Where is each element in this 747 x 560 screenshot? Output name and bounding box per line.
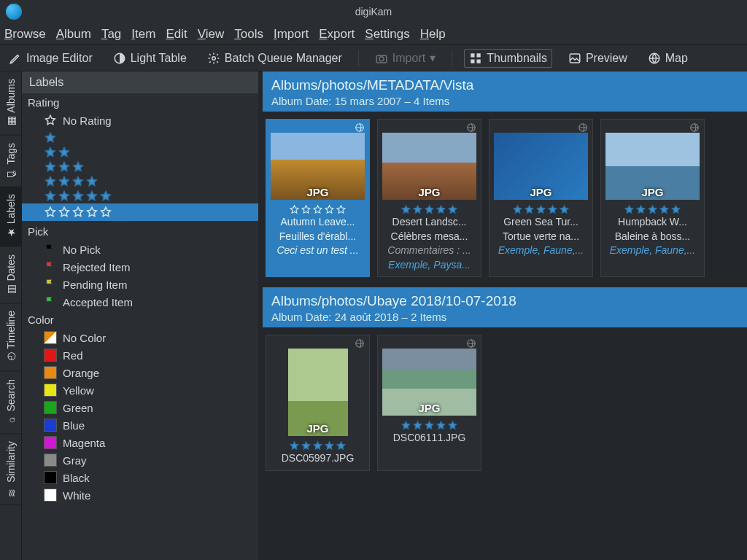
- album-header: Albums/photos/Ubaye 2018/10-07-2018Album…: [263, 287, 747, 327]
- color-swatch: [44, 454, 57, 467]
- color-swatch: [44, 349, 57, 362]
- star-outline-icon: [85, 206, 98, 219]
- menu-settings[interactable]: Settings: [365, 27, 409, 42]
- menu-import[interactable]: Import: [274, 27, 309, 42]
- map-view-button[interactable]: Map: [643, 50, 692, 67]
- color-orange[interactable]: Orange: [22, 364, 258, 381]
- color-yellow[interactable]: Yellow: [22, 381, 258, 399]
- thumbnails-view-button[interactable]: Thumbnails: [464, 49, 552, 68]
- thumbnail[interactable]: JPGDesert Landsc...Célèbres mesa...Comme…: [377, 119, 481, 277]
- batch-queue-button[interactable]: Batch Queue Manager: [203, 50, 347, 67]
- star-icon: [58, 160, 71, 174]
- thumbnail-title: Autumn Leave...: [271, 215, 365, 230]
- pick-section-label: Pick: [22, 222, 258, 241]
- star-icon: [524, 204, 535, 215]
- toolbar: Image Editor Light Table Batch Queue Man…: [0, 45, 747, 71]
- thumbnail-subtitle: Tortue verte na...: [494, 230, 588, 244]
- format-badge: JPG: [530, 186, 551, 198]
- rating-2-row[interactable]: [44, 145, 258, 160]
- star-icon: [635, 204, 646, 215]
- thumbs-row: JPGAutumn Leave...Feuilles d'érabl...Cec…: [258, 116, 747, 287]
- flag-icon: [44, 295, 57, 308]
- rating-4-row[interactable]: [44, 174, 258, 189]
- pick-no-pick[interactable]: No Pick: [22, 241, 258, 258]
- menu-browse[interactable]: Browse: [4, 27, 46, 42]
- thumbnail-rating[interactable]: [382, 420, 476, 431]
- color-swatch: [44, 436, 57, 449]
- thumbnail-rating[interactable]: [271, 204, 365, 215]
- menu-view[interactable]: View: [198, 27, 225, 42]
- color-black[interactable]: Black: [22, 469, 258, 486]
- thumbnail[interactable]: JPGAutumn Leave...Feuilles d'érabl...Cec…: [266, 119, 370, 277]
- sidebar-tab-timeline[interactable]: ◷Timeline: [0, 303, 21, 371]
- thumbnail[interactable]: JPGHumpback W...Baleine à boss...Exemple…: [600, 119, 705, 277]
- color-white[interactable]: White: [22, 486, 258, 504]
- no-rating-row[interactable]: No Rating: [22, 112, 258, 129]
- globe-icon: [648, 52, 661, 65]
- thumbnail-title: Humpback W...: [605, 215, 700, 230]
- thumbnail-title: DSC05997.JPG: [271, 451, 365, 466]
- color-blue[interactable]: Blue: [22, 416, 258, 434]
- menu-tag[interactable]: Tag: [101, 27, 121, 42]
- rating-3-row[interactable]: [44, 160, 258, 174]
- star-icon: [312, 440, 323, 451]
- thumbnail-rating[interactable]: [382, 204, 476, 215]
- star-icon: [447, 420, 458, 431]
- thumbnail-rating[interactable]: [494, 204, 588, 215]
- star-outline-icon: [44, 206, 57, 219]
- rating-1-row[interactable]: [44, 131, 258, 145]
- rating-5-row[interactable]: [44, 189, 258, 203]
- sidebar-tab-similarity[interactable]: ≋Similarity: [0, 434, 21, 505]
- thumbnail[interactable]: JPGDSC06111.JPG: [377, 335, 481, 471]
- album-meta: Album Date: 24 août 2018 – 2 Items: [271, 311, 738, 323]
- preview-view-button[interactable]: Preview: [564, 50, 632, 67]
- thumbnail-rating[interactable]: [271, 440, 365, 451]
- app-icon: [6, 4, 22, 20]
- menu-export[interactable]: Export: [319, 27, 355, 42]
- star-icon: [436, 420, 446, 431]
- color-green[interactable]: Green: [22, 399, 258, 416]
- separator: [358, 50, 359, 66]
- rating-selected-row[interactable]: [22, 203, 258, 221]
- star-icon: [85, 190, 98, 203]
- pick-rejected-item[interactable]: Rejected Item: [22, 258, 258, 276]
- color-swatch: [44, 401, 57, 414]
- menu-tools[interactable]: Tools: [234, 27, 263, 42]
- sidebar-tab-tags[interactable]: 🏷Tags: [0, 136, 21, 187]
- import-button[interactable]: Import ▾: [371, 49, 440, 67]
- sidebar-tab-albums[interactable]: ▦Albums: [0, 71, 21, 136]
- pick-accepted-item[interactable]: Accepted Item: [22, 293, 258, 311]
- thumbnail-subtitle: Baleine à boss...: [605, 230, 700, 244]
- sidebar-tab-search[interactable]: ⌕Search: [0, 372, 21, 434]
- thumbnail-tags: Exemple, Paysa...: [382, 258, 476, 273]
- thumbnail[interactable]: JPGDSC05997.JPG: [266, 335, 370, 471]
- menu-help[interactable]: Help: [420, 27, 446, 42]
- album-meta: Album Date: 15 mars 2007 – 4 Items: [271, 95, 738, 107]
- star-icon: [44, 175, 57, 188]
- color-magenta[interactable]: Magenta: [22, 434, 258, 451]
- star-icon: [559, 204, 570, 215]
- color-no-color[interactable]: No Color: [22, 329, 258, 346]
- svg-point-3: [379, 56, 384, 61]
- globe-icon: [578, 122, 588, 133]
- menu-album[interactable]: Album: [56, 27, 91, 42]
- color-swatch: [44, 419, 57, 432]
- star-icon: [412, 204, 423, 215]
- thumbnail-rating[interactable]: [605, 204, 700, 215]
- thumbnail[interactable]: JPGGreen Sea Tur...Tortue verte na...Exe…: [489, 119, 593, 277]
- star-icon: [436, 204, 446, 215]
- pick-pending-item[interactable]: Pending Item: [22, 276, 258, 293]
- tab-icon: 🏷: [6, 168, 16, 179]
- menu-item[interactable]: Item: [131, 27, 155, 42]
- star-icon: [647, 204, 658, 215]
- color-gray[interactable]: Gray: [22, 451, 258, 469]
- color-red[interactable]: Red: [22, 346, 258, 364]
- sidebar-tab-dates[interactable]: ▤Dates: [0, 247, 21, 304]
- sidebar-tab-labels[interactable]: ★Labels: [0, 187, 21, 246]
- thumbnail-image: JPG: [382, 349, 476, 416]
- light-table-button[interactable]: Light Table: [109, 50, 191, 67]
- image-editor-button[interactable]: Image Editor: [4, 50, 97, 67]
- menu-edit[interactable]: Edit: [166, 27, 187, 42]
- svg-rect-4: [471, 53, 474, 57]
- star-outline-icon: [99, 206, 112, 219]
